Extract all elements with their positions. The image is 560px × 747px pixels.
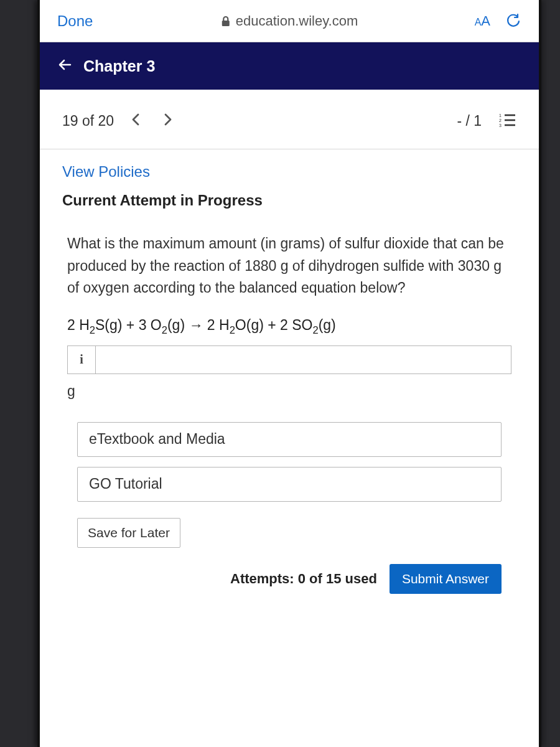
reload-icon[interactable] (505, 13, 521, 29)
score-display: - / 1 (457, 113, 482, 129)
question-count: 19 of 20 (62, 113, 114, 129)
submit-answer-button[interactable]: Submit Answer (390, 564, 502, 594)
done-button[interactable]: Done (57, 12, 93, 30)
unit-label: g (40, 379, 539, 417)
svg-rect-0 (222, 21, 230, 26)
svg-text:3: 3 (499, 123, 502, 128)
back-arrow-icon[interactable] (57, 57, 73, 75)
etextbook-button[interactable]: eTextbook and Media (77, 422, 502, 457)
chapter-title: Chapter 3 (83, 57, 155, 75)
svg-text:2: 2 (499, 118, 502, 123)
save-for-later-button[interactable]: Save for Later (77, 518, 180, 548)
safari-toolbar: Done education.wiley.com AA (40, 0, 539, 42)
answer-input[interactable] (96, 345, 511, 374)
prev-question-button[interactable] (125, 111, 146, 131)
question-nav: 19 of 20 - / 1 1 2 3 (40, 90, 539, 149)
equation: 2 H2S(g) + 3 O2(g) → 2 H2O(g) + 2 SO2(g) (40, 306, 539, 345)
text-size-button[interactable]: AA (475, 13, 490, 29)
view-policies-link[interactable]: View Policies (62, 163, 516, 181)
url-text: education.wiley.com (236, 13, 358, 29)
attempt-status: Current Attempt in Progress (62, 192, 516, 209)
attempts-text: Attempts: 0 of 15 used (230, 571, 377, 587)
url-display[interactable]: education.wiley.com (221, 13, 358, 29)
info-icon[interactable]: i (67, 345, 96, 374)
chapter-header: Chapter 3 (40, 42, 539, 90)
question-text: What is the maximum amount (in grams) of… (40, 215, 539, 306)
tutorial-button[interactable]: GO Tutorial (77, 467, 502, 502)
question-list-icon[interactable]: 1 2 3 (499, 113, 516, 130)
svg-text:1: 1 (499, 113, 502, 118)
next-question-button[interactable] (157, 111, 179, 131)
lock-icon (221, 16, 231, 27)
